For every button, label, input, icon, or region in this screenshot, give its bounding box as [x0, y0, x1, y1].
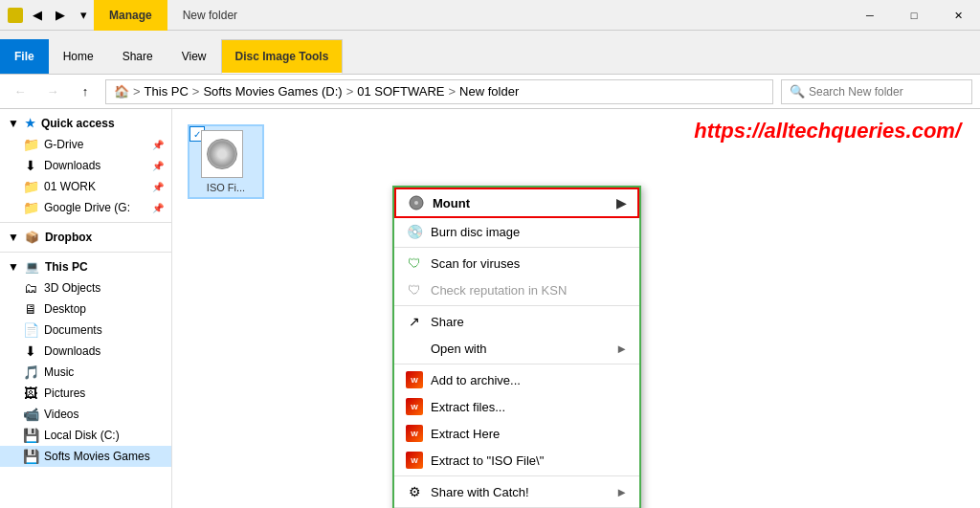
- forward-button[interactable]: →: [40, 79, 65, 104]
- search-input[interactable]: [809, 85, 964, 99]
- ctx-check-reputation[interactable]: 🛡 Check reputation in KSN: [394, 276, 639, 303]
- context-menu: Mount ▶ 💿 Burn disc image 🛡 Scan for vir…: [392, 186, 641, 508]
- downloads-icon: ⬇: [23, 343, 38, 359]
- catch-icon: ⚙: [406, 483, 423, 500]
- chevron-dropbox-icon: ▼: [8, 231, 19, 244]
- sidebar-item-downloads[interactable]: ⬇ Downloads: [0, 341, 171, 362]
- desktop-label: Desktop: [44, 302, 86, 316]
- sidebar-item-softs[interactable]: 💾 Softs Movies Games: [0, 446, 171, 467]
- ctx-open-with-label: Open with: [431, 342, 608, 356]
- ctx-add-archive[interactable]: W Add to archive...: [394, 366, 639, 393]
- dropbox-icon: 📦: [25, 231, 39, 244]
- tab-share[interactable]: Share: [108, 39, 167, 74]
- sidebar-item-local-disk[interactable]: 💾 Local Disk (C:): [0, 425, 171, 446]
- iso-file-item[interactable]: ISO Fi...: [188, 124, 264, 199]
- path-software[interactable]: 01 SOFTWARE: [357, 84, 444, 99]
- nav-arrows: ◀ ▶ ▾: [27, 5, 94, 26]
- share-icon: ↗: [406, 313, 423, 330]
- sidebar-item-desktop[interactable]: 🖥 Desktop: [0, 298, 171, 320]
- 3dobjects-label: 3D Objects: [44, 281, 100, 295]
- sidebar-item-gdrive[interactable]: 📁 G-Drive 📌: [0, 134, 171, 155]
- ctx-extract-to-label: Extract to "ISO File\": [431, 453, 628, 468]
- sidebar-item-videos[interactable]: 📹 Videos: [0, 404, 171, 425]
- divider-2: [0, 252, 171, 253]
- pictures-icon: 🖼: [23, 386, 38, 401]
- forward-arrow[interactable]: ▶: [50, 5, 71, 26]
- documents-label: Documents: [44, 323, 102, 337]
- folder-icon: [8, 8, 23, 23]
- ctx-share[interactable]: ↗ Share: [394, 308, 639, 335]
- back-button[interactable]: ←: [8, 79, 33, 104]
- kaspersky-check-icon: 🛡: [406, 281, 423, 298]
- ribbon-tabs: File Home Share View Disc Image Tools: [0, 31, 343, 74]
- kaspersky-scan-icon: 🛡: [406, 254, 423, 272]
- chevron-icon: ▼: [8, 117, 19, 130]
- disc-mount-icon: [408, 194, 425, 211]
- submenu-arrow-catch: ►: [615, 485, 628, 499]
- sidebar-item-01work[interactable]: 📁 01 WORK 📌: [0, 176, 171, 197]
- close-button[interactable]: ✕: [936, 0, 980, 31]
- content-area: https://alltechqueries.com/ ISO Fi...: [172, 109, 980, 508]
- down-arrow[interactable]: ▾: [73, 5, 94, 26]
- sidebar-item-googledrive[interactable]: 📁 Google Drive (G: 📌: [0, 197, 171, 218]
- title-bar-left: ◀ ▶ ▾: [0, 5, 94, 26]
- ctx-scan-viruses[interactable]: 🛡 Scan for viruses: [394, 250, 639, 276]
- sidebar-item-pictures[interactable]: 🖼 Pictures: [0, 383, 171, 404]
- path-folder[interactable]: New folder: [459, 84, 519, 99]
- sidebar-item-3dobjects[interactable]: 🗂 3D Objects: [0, 277, 171, 298]
- pin-icon-3: 📌: [152, 182, 164, 192]
- sidebar-item-downloads-quick[interactable]: ⬇ Downloads 📌: [0, 155, 171, 176]
- ctx-extract-here[interactable]: W Extract Here: [394, 420, 639, 447]
- main-layout: ▼ ★ Quick access 📁 G-Drive 📌 ⬇ Downloads…: [0, 109, 980, 508]
- address-path[interactable]: 🏠 > This PC > Softs Movies Games (D:) > …: [105, 79, 773, 104]
- open-with-icon: [406, 340, 423, 357]
- sidebar-item-documents[interactable]: 📄 Documents: [0, 320, 171, 341]
- extract-here-icon: W: [406, 425, 423, 442]
- address-bar: ← → ↑ 🏠 > This PC > Softs Movies Games (…: [0, 75, 980, 109]
- this-pc-header[interactable]: ▼ 💻 This PC: [0, 256, 171, 277]
- tab-view[interactable]: View: [167, 39, 221, 74]
- dropbox-header[interactable]: ▼ 📦 Dropbox: [0, 227, 171, 248]
- videos-label: Videos: [44, 408, 78, 421]
- ctx-check-label: Check reputation in KSN: [431, 283, 628, 298]
- music-icon: 🎵: [23, 364, 38, 380]
- ctx-extract-files[interactable]: W Extract files...: [394, 393, 639, 420]
- tab-home[interactable]: Home: [49, 39, 108, 74]
- sidebar-item-music[interactable]: 🎵 Music: [0, 362, 171, 383]
- ctx-extract-to[interactable]: W Extract to "ISO File\": [394, 447, 639, 474]
- ctx-add-archive-label: Add to archive...: [431, 373, 628, 387]
- googledrive-icon: 📁: [23, 200, 38, 215]
- winrar-icon: W: [406, 371, 423, 388]
- desktop-icon: 🖥: [23, 301, 38, 317]
- pc-icon: 💻: [25, 260, 39, 274]
- separator-2: [394, 305, 639, 306]
- maximize-button[interactable]: □: [892, 0, 936, 31]
- search-box[interactable]: 🔍: [781, 79, 972, 104]
- pictures-label: Pictures: [44, 387, 85, 400]
- quick-access-star-icon: ★: [25, 117, 35, 130]
- ctx-share-catch-label: Share with Catch!: [431, 485, 608, 499]
- ctx-open-with[interactable]: Open with ►: [394, 335, 639, 362]
- quick-access-label: Quick access: [41, 117, 115, 130]
- back-arrow[interactable]: ◀: [27, 5, 48, 26]
- new-folder-title: New folder: [167, 0, 253, 31]
- ctx-mount[interactable]: Mount ▶: [394, 188, 639, 218]
- title-bar: ◀ ▶ ▾ Manage New folder ─ □ ✕: [0, 0, 980, 31]
- tab-file[interactable]: File: [0, 39, 49, 74]
- cursor-indicator: ▶: [616, 196, 626, 210]
- path-drive[interactable]: Softs Movies Games (D:): [203, 84, 342, 99]
- dropbox-label: Dropbox: [45, 231, 92, 244]
- burn-icon: 💿: [406, 223, 423, 240]
- ribbon: File Home Share View Disc Image Tools: [0, 31, 980, 75]
- minimize-button[interactable]: ─: [848, 0, 892, 31]
- iso-page: [201, 130, 243, 178]
- ctx-burn-disc[interactable]: 💿 Burn disc image: [394, 218, 639, 245]
- path-this-pc[interactable]: This PC: [145, 84, 189, 99]
- quick-access-header[interactable]: ▼ ★ Quick access: [0, 113, 171, 134]
- gdrive-icon: 📁: [23, 137, 38, 152]
- downloads-quick-icon: ⬇: [23, 158, 38, 173]
- up-button[interactable]: ↑: [73, 79, 98, 104]
- ctx-share-catch[interactable]: ⚙ Share with Catch! ►: [394, 478, 639, 505]
- ctx-share-label: Share: [431, 315, 628, 329]
- tab-disc-image-tools[interactable]: Disc Image Tools: [221, 39, 344, 74]
